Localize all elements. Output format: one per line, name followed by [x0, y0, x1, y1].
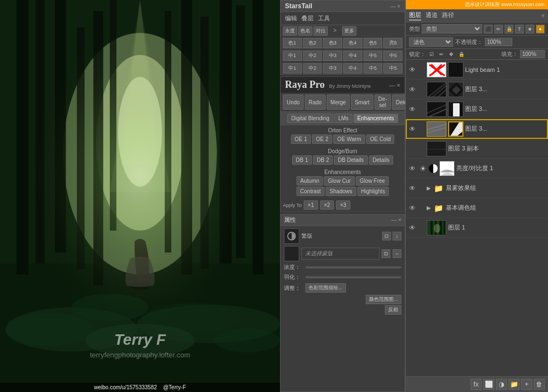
raya-btn-glowcur[interactable]: Glow Cur: [324, 176, 355, 186]
layer-item-brightness[interactable]: 👁 ☀ 亮度/对比度 1: [406, 159, 548, 178]
prop-icon-btn1[interactable]: ⊡: [382, 232, 391, 240]
layer-item-foggroup[interactable]: 👁 ▶ 📁 晨雾效果组: [406, 178, 548, 198]
layer-eye-layer3c[interactable]: 👁: [408, 125, 417, 133]
raya-btn-oe2[interactable]: OE 2: [312, 135, 332, 144]
layer-eye-foggroup[interactable]: 👁: [408, 184, 417, 192]
layer-group-triangle-foggroup[interactable]: ▶: [427, 185, 431, 191]
filter-select[interactable]: 类型 名称: [422, 24, 482, 33]
st-btn-gengduo[interactable]: 更多: [342, 26, 356, 36]
st-more[interactable]: >: [329, 26, 341, 36]
layers-tab-channels[interactable]: 通道: [426, 11, 438, 20]
filter-icon-btn2[interactable]: ✏: [494, 25, 503, 33]
raya-btn-x1[interactable]: ×1: [304, 200, 317, 210]
starstail-menu-edit[interactable]: 编辑: [285, 14, 297, 23]
raya-btn-oecold[interactable]: OE Cold: [366, 135, 395, 144]
layers-btn-delete[interactable]: 🗑: [534, 379, 545, 390]
layers-btn-fx[interactable]: fx: [471, 379, 482, 390]
st-g5[interactable]: 色5: [364, 38, 383, 48]
layer-item-layer3c[interactable]: 👁 图层 3...: [406, 119, 548, 139]
raya-btn-oewarm[interactable]: OE Warm: [333, 135, 365, 144]
st-m1[interactable]: 中1: [283, 51, 302, 61]
raya-btn-dbdetails[interactable]: DB Details: [334, 155, 367, 165]
st-z2[interactable]: 中2: [303, 63, 322, 74]
st-g2[interactable]: 色2: [303, 38, 322, 48]
properties-invert-btn[interactable]: 反相: [385, 305, 401, 315]
st-m2[interactable]: 中2: [303, 51, 322, 61]
properties-feather-bar[interactable]: [305, 276, 401, 278]
raya-tab-rado[interactable]: Rado: [305, 94, 326, 110]
lock-icon-brush[interactable]: ✏: [438, 51, 445, 58]
st-z5[interactable]: 中5: [364, 63, 383, 74]
layer-eye-layer1[interactable]: 👁: [408, 224, 417, 232]
layers-btn-new[interactable]: +: [521, 379, 532, 390]
st-m5[interactable]: 中5: [364, 51, 383, 61]
starstail-menu-tools[interactable]: 工具: [318, 14, 330, 23]
layer-eye-lightbeam[interactable]: 👁: [408, 66, 417, 74]
st-btn-sename[interactable]: 色名: [298, 26, 312, 36]
layer-eye-brightness[interactable]: 👁: [408, 165, 417, 172]
raya-btn-highlights[interactable]: Highlights: [357, 187, 389, 196]
st-btn-duiwei[interactable]: 对位: [314, 26, 328, 36]
layer-item-layer3a[interactable]: 👁 图层 3...: [406, 80, 548, 99]
raya-btn-db2[interactable]: DB 2: [313, 155, 333, 165]
layer-item-layer1[interactable]: 👁 图层 1: [406, 218, 548, 238]
properties-density-bar[interactable]: [305, 266, 401, 268]
raya-btn-contrast[interactable]: Contrast: [297, 187, 325, 196]
raya-btn-x2[interactable]: ×2: [320, 200, 334, 210]
properties-colorrange-btn[interactable]: 色彩范围描绘...: [305, 283, 346, 293]
raya-tab-undo[interactable]: Undo: [283, 94, 304, 110]
layer-item-layer3copy[interactable]: 图层 3 副本: [406, 139, 548, 159]
raya-tab-merge[interactable]: Merge: [327, 94, 350, 110]
filter-toggle[interactable]: ●: [536, 25, 545, 33]
lock-icon-check[interactable]: ☑: [428, 51, 435, 58]
raya-tab-lms[interactable]: LMs: [334, 114, 353, 123]
filter-icon-btn5[interactable]: ★: [525, 25, 534, 33]
layers-btn-mask[interactable]: ⬜: [483, 379, 494, 390]
opacity-input[interactable]: [485, 38, 512, 46]
prop-icon-btn2[interactable]: ↕: [393, 232, 401, 240]
st-z1[interactable]: 中1: [283, 63, 302, 74]
raya-btn-x3[interactable]: ×3: [336, 200, 350, 210]
layer-group-triangle-colorgroup[interactable]: ▶: [427, 205, 431, 211]
st-g1[interactable]: 色1: [283, 38, 302, 48]
raya-btn-oe1[interactable]: OE 1: [291, 135, 311, 144]
layer-item-lightbeam[interactable]: 👁 Light beam 1: [406, 60, 548, 80]
raya-btn-details[interactable]: Details: [369, 155, 394, 165]
st-z4[interactable]: 中4: [343, 63, 362, 74]
layers-tab-paths[interactable]: 路径: [442, 11, 454, 20]
properties-color-btn[interactable]: 颜色范围图...: [366, 295, 401, 304]
st-g4[interactable]: 色4: [343, 38, 362, 48]
starstail-menu-layers[interactable]: 叠层: [301, 14, 314, 23]
raya-tab-desel[interactable]: De-sel: [374, 94, 391, 110]
blend-mode-select[interactable]: 滤色 正常 叠加: [409, 37, 453, 47]
raya-btn-shadows[interactable]: Shadows: [326, 187, 356, 196]
layers-tab-layers[interactable]: 图层: [409, 11, 421, 20]
rayapro-close[interactable]: — ×: [389, 82, 400, 88]
st-btn-yongdu[interactable]: 永度: [283, 26, 297, 36]
st-m4[interactable]: 中4: [343, 51, 362, 61]
layer-eye-layer3a[interactable]: 👁: [408, 86, 417, 93]
lock-icon-all[interactable]: 🔒: [457, 51, 465, 58]
st-m6[interactable]: 中5: [383, 51, 402, 61]
raya-tab-smart[interactable]: Smart: [351, 94, 373, 110]
layer-item-colorgroup[interactable]: 👁 ▶ 📁 基本调色组: [406, 198, 548, 218]
layers-btn-adj[interactable]: ◑: [496, 379, 507, 390]
lock-icon-move[interactable]: ✥: [448, 51, 455, 58]
filter-icon-btn1[interactable]: ⬛: [484, 25, 493, 33]
st-g6[interactable]: 亮5: [383, 38, 402, 48]
raya-tab-enhancements[interactable]: Enhancements: [354, 114, 398, 123]
st-m3[interactable]: 中3: [323, 51, 342, 61]
st-z6[interactable]: 中5: [383, 63, 402, 74]
layers-btn-group[interactable]: 📁: [508, 379, 519, 390]
raya-btn-autumn[interactable]: Autumn: [297, 176, 323, 186]
layer-eye-colorgroup[interactable]: 👁: [408, 204, 417, 212]
filter-icon-btn4[interactable]: T: [515, 25, 524, 33]
layer-item-layer3b[interactable]: 👁 图层 3...: [406, 99, 548, 119]
st-z3[interactable]: 中3: [323, 63, 342, 74]
layer-eye-layer3b[interactable]: 👁: [408, 105, 417, 113]
raya-btn-db1[interactable]: DB 1: [292, 155, 312, 165]
fill-input[interactable]: [520, 50, 545, 58]
filter-icon-btn3[interactable]: 🔒: [505, 25, 513, 33]
st-g3[interactable]: 色3: [323, 38, 342, 48]
raya-btn-glowfree[interactable]: Glow Free: [356, 176, 389, 186]
